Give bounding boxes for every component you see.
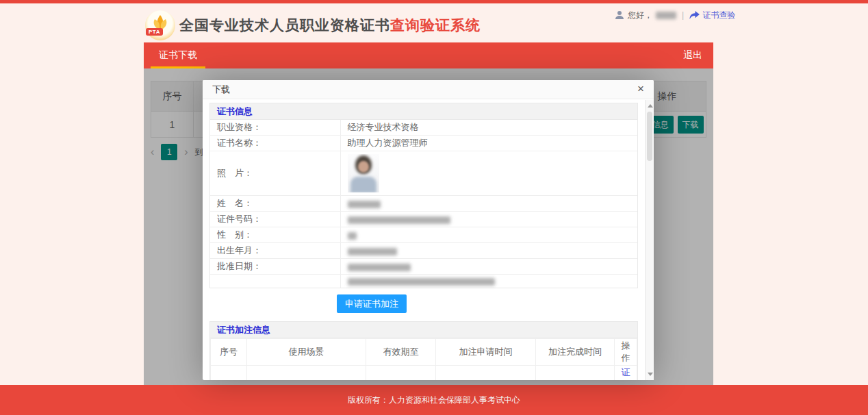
field-value: [340, 151, 637, 196]
field-label: 证件号码：: [210, 212, 340, 227]
col-header-scene: 使用场景: [247, 339, 366, 366]
tab-cert-download-label: 证书下载: [159, 49, 197, 60]
field-row-cert-name: 证书名称： 助理人力资源管理师: [210, 136, 637, 151]
field-row-photo: 照 片：: [210, 151, 637, 196]
annotation-section: 证书加注信息 序号 使用场景 有效期至 加注申请时间 加注完成时间 操作 1 本…: [209, 321, 638, 380]
cell-valid-until: 2022-03-16: [366, 366, 435, 381]
col-header-seq: 序号: [211, 339, 247, 366]
page-title-accent: 查询验证系统: [390, 17, 481, 33]
field-value: [340, 212, 637, 227]
field-value: [340, 259, 637, 275]
field-value: [340, 275, 637, 288]
greeting-text: 您好，: [628, 10, 652, 21]
cert-verify-link-label: 证书查验: [702, 10, 735, 21]
col-header-complete-time: 加注完成时间: [535, 339, 614, 366]
main-nav: 证书下载 退出: [144, 42, 713, 68]
annotation-table: 序号 使用场景 有效期至 加注申请时间 加注完成时间 操作 1 本人调用 202…: [210, 338, 637, 380]
cert-generating-link[interactable]: 证书生成中...: [617, 367, 634, 380]
photo-shoulders: [350, 177, 376, 192]
copyright-text: 版权所有：人力资源和社会保障部人事考试中心: [348, 395, 520, 405]
field-row-approval-date: 批准日期：: [210, 259, 637, 275]
apply-annotation-button[interactable]: 申请证书加注: [337, 294, 407, 313]
field-label: 职业资格：: [210, 120, 340, 136]
cell-seq: 1: [211, 366, 247, 381]
close-icon[interactable]: ×: [633, 80, 648, 99]
field-label: 证书名称：: [210, 136, 340, 151]
field-row-note: [210, 275, 637, 288]
scroll-up-icon[interactable]: [648, 104, 653, 108]
redacted-approval-date: [348, 264, 411, 271]
modal-scrollbar: [645, 100, 654, 380]
modal-titlebar: 下载 ×: [203, 80, 654, 99]
cert-verify-link[interactable]: 证书查验: [689, 10, 735, 21]
photo-face: [358, 161, 369, 173]
field-label: 姓 名：: [210, 196, 340, 212]
page-root: PTA 全国专业技术人员职业资格证书查询验证系统 您好， | 证书查验 证书下载…: [0, 0, 868, 415]
page-title: 全国专业技术人员职业资格证书查询验证系统: [179, 16, 481, 35]
field-row-id-number: 证件号码：: [210, 212, 637, 227]
share-arrow-icon: [689, 11, 700, 20]
modal-title: 下载: [203, 80, 654, 99]
logo-badge: PTA: [146, 28, 163, 36]
redacted-gender: [348, 232, 357, 240]
download-modal: 下载 × 证书信息 职业资格： 经济专业技术资格 证书名称： 助理人力资源管理师…: [203, 80, 654, 380]
annotation-heading: 证书加注信息: [210, 322, 637, 338]
pta-logo: PTA: [145, 10, 175, 40]
redacted-name: [348, 201, 381, 208]
cell-complete-time: [535, 366, 614, 381]
cert-info-heading: 证书信息: [210, 103, 637, 120]
field-row-gender: 性 别：: [210, 227, 637, 243]
user-icon: [615, 10, 624, 20]
cert-info-table: 职业资格： 经济专业技术资格 证书名称： 助理人力资源管理师 照 片：: [210, 120, 637, 288]
cell-scene: 本人调用: [247, 366, 366, 381]
field-value: 经济专业技术资格: [340, 120, 637, 136]
field-label: 照 片：: [210, 151, 340, 196]
scroll-down-icon[interactable]: [648, 373, 653, 376]
divider: |: [682, 10, 684, 20]
certificate-photo: [348, 154, 379, 192]
field-row-name: 姓 名：: [210, 196, 637, 212]
cert-info-section: 证书信息 职业资格： 经济专业技术资格 证书名称： 助理人力资源管理师 照 片：: [209, 103, 638, 288]
field-label: 批准日期：: [210, 259, 340, 275]
tab-cert-download[interactable]: 证书下载: [145, 42, 211, 68]
username-redacted: [656, 12, 676, 19]
redacted-note: [348, 278, 495, 286]
top-red-strip: [0, 0, 868, 3]
modal-body: 证书信息 职业资格： 经济专业技术资格 证书名称： 助理人力资源管理师 照 片：: [203, 100, 645, 380]
field-row-qualification: 职业资格： 经济专业技术资格: [210, 120, 637, 136]
field-value: 助理人力资源管理师: [340, 136, 637, 151]
col-header-action: 操作: [615, 339, 637, 366]
field-row-birth-date: 出生年月：: [210, 243, 637, 259]
field-value: [340, 227, 637, 243]
col-header-apply-time: 加注申请时间: [436, 339, 536, 366]
page-footer: 版权所有：人力资源和社会保障部人事考试中心: [0, 385, 868, 415]
page-title-main: 全国专业技术人员职业资格证书: [179, 17, 390, 33]
col-header-valid-until: 有效期至: [366, 339, 435, 366]
user-bar: 您好， | 证书查验: [615, 9, 735, 21]
redacted-birth-date: [348, 248, 397, 255]
field-value: [340, 243, 637, 259]
logout-button[interactable]: 退出: [672, 42, 713, 68]
redacted-id-number: [348, 216, 450, 224]
annotation-header-row: 序号 使用场景 有效期至 加注申请时间 加注完成时间 操作: [211, 339, 637, 366]
annotation-row: 1 本人调用 2022-03-16 2021-12-16 10:53:02 证书…: [211, 366, 637, 381]
field-label: 出生年月：: [210, 243, 340, 259]
field-label: 性 别：: [210, 227, 340, 243]
cell-apply-time: 2021-12-16 10:53:02: [436, 366, 536, 381]
scrollbar-thumb[interactable]: [647, 112, 652, 161]
field-value: [340, 196, 637, 212]
logo-flame-icon: [145, 10, 175, 40]
field-label: [210, 275, 340, 288]
